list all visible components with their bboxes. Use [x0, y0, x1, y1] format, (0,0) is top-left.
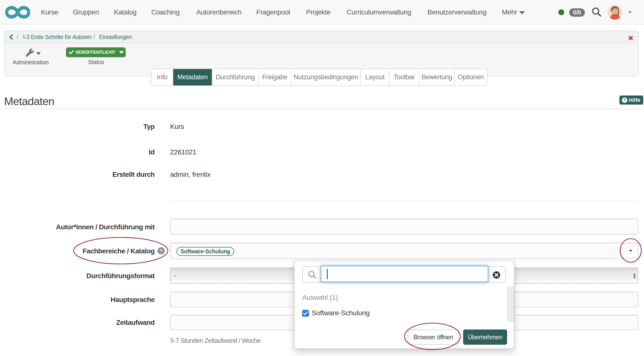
svg-text:?: ? [624, 98, 626, 102]
